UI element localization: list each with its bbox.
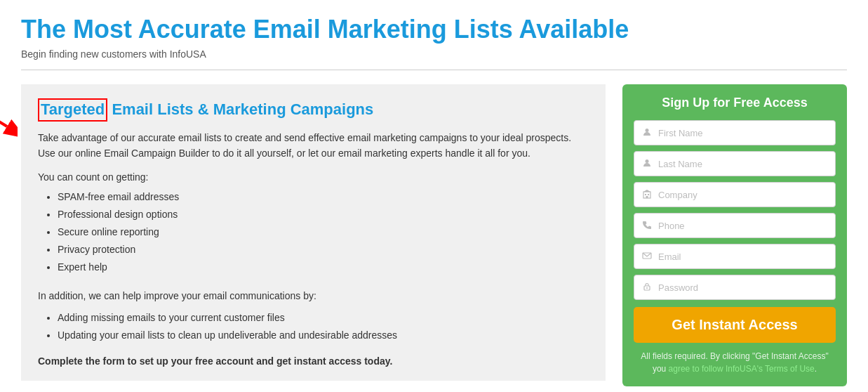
company-input[interactable] bbox=[658, 190, 828, 200]
terms-text: All fields required. By clicking "Get In… bbox=[634, 350, 836, 375]
person-icon bbox=[641, 127, 653, 139]
company-field[interactable] bbox=[634, 182, 836, 207]
signup-form-panel: Sign Up for Free Access bbox=[622, 84, 847, 386]
panel-description: Take advantage of our accurate email lis… bbox=[38, 130, 589, 162]
heading-rest: Email Lists & Marketing Campaigns bbox=[107, 100, 373, 118]
last-name-field[interactable] bbox=[634, 151, 836, 176]
left-panel: Targeted Email Lists & Marketing Campaig… bbox=[21, 84, 606, 381]
signup-title: Sign Up for Free Access bbox=[634, 96, 836, 110]
phone-input[interactable] bbox=[658, 221, 828, 231]
get-instant-access-button[interactable]: Get Instant Access bbox=[634, 307, 836, 343]
list-item: Secure online reporting bbox=[58, 223, 589, 241]
svg-marker-8 bbox=[643, 190, 650, 192]
list-item: Privacy protection bbox=[58, 241, 589, 259]
list-item: SPAM-free email addresses bbox=[58, 188, 589, 206]
panel-heading: Targeted Email Lists & Marketing Campaig… bbox=[38, 98, 589, 122]
email-icon bbox=[641, 251, 653, 263]
arrow-icon bbox=[0, 91, 18, 141]
terms-suffix: . bbox=[815, 364, 817, 374]
page-subtitle: Begin finding new customers with InfoUSA bbox=[21, 48, 847, 60]
first-name-input[interactable] bbox=[658, 128, 828, 138]
password-input[interactable] bbox=[658, 282, 828, 293]
password-field[interactable] bbox=[634, 275, 836, 300]
additional-label: In addition, we can help improve your em… bbox=[38, 288, 589, 303]
list-item: Adding missing emails to your current cu… bbox=[58, 309, 589, 327]
list-item: Updating your email lists to clean up un… bbox=[58, 327, 589, 344]
svg-line-1 bbox=[0, 98, 7, 126]
count-on-label: You can count on getting: bbox=[38, 171, 589, 183]
bottom-text: Complete the form to set up your free ac… bbox=[38, 355, 589, 367]
bullet-list-2: Adding missing emails to your current cu… bbox=[38, 309, 589, 344]
svg-point-11 bbox=[646, 287, 648, 289]
svg-rect-6 bbox=[648, 194, 649, 195]
email-input[interactable] bbox=[658, 251, 828, 262]
email-field[interactable] bbox=[634, 244, 836, 269]
page-title: The Most Accurate Email Marketing Lists … bbox=[21, 14, 847, 44]
bullet-list-1: SPAM-free email addresses Professional d… bbox=[38, 188, 589, 277]
last-name-input[interactable] bbox=[658, 159, 828, 169]
terms-link[interactable]: agree to follow InfoUSA's Terms of Use bbox=[669, 364, 815, 374]
list-item: Expert help bbox=[58, 259, 589, 276]
content-area: Targeted Email Lists & Marketing Campaig… bbox=[21, 84, 847, 386]
list-item: Professional design options bbox=[58, 206, 589, 223]
lock-icon bbox=[641, 282, 653, 294]
person-icon-2 bbox=[641, 158, 653, 170]
phone-field[interactable] bbox=[634, 213, 836, 238]
phone-icon bbox=[641, 220, 653, 232]
page-wrapper: The Most Accurate Email Marketing Lists … bbox=[0, 0, 868, 392]
targeted-word: Targeted bbox=[38, 98, 107, 122]
svg-rect-7 bbox=[646, 196, 648, 198]
top-divider bbox=[21, 70, 847, 70]
building-icon bbox=[641, 189, 653, 201]
first-name-field[interactable] bbox=[634, 120, 836, 145]
svg-rect-5 bbox=[645, 194, 646, 195]
svg-point-3 bbox=[646, 159, 649, 163]
svg-point-2 bbox=[646, 129, 649, 132]
